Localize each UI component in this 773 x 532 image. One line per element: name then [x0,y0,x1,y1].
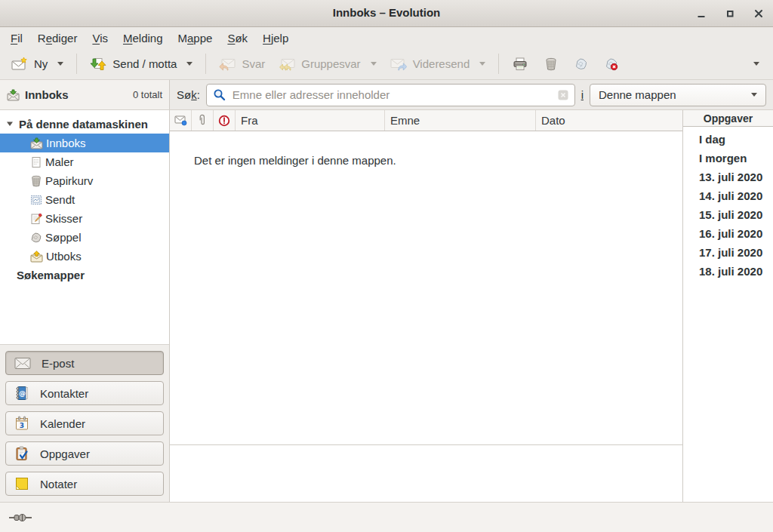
expander-icon[interactable] [6,120,14,128]
message-list[interactable]: Det er ingen meldinger i denne mappen. [170,131,682,445]
folder-message-count: 0 totalt [133,89,162,100]
message-preview-pane [170,445,682,502]
priority-icon [218,115,230,127]
folder-innboks[interactable]: Innboks [0,134,169,152]
folder-maler[interactable]: Maler [0,152,169,171]
tree-root-on-this-computer[interactable]: På denne datamaskinen [0,114,169,134]
reply-label: Svar [242,57,265,70]
folder-label: Innboks [46,137,86,149]
msg-status-icon [174,115,187,126]
menu-hjelp[interactable]: Hjelp [255,29,296,48]
inbox-icon [30,137,43,149]
column-emne[interactable]: Emne [385,110,536,131]
menu-rediger[interactable]: Rediger [30,29,85,48]
clear-search-icon[interactable] [557,89,569,101]
forward-button[interactable]: Videresend [383,54,493,75]
switcher-e-post[interactable]: E-post [5,351,164,375]
send-receive-icon [90,57,106,71]
print-button[interactable] [508,54,532,75]
task-list: I dagI morgen13. juli 202014. juli 20201… [683,127,773,281]
task-date[interactable]: 18. juli 2020 [683,262,773,281]
task-date[interactable]: 17. juli 2020 [683,243,773,262]
send-receive-button[interactable]: Send / motta [83,54,199,75]
forward-icon [390,57,407,71]
tree-root-label: På denne datamaskinen [19,118,148,131]
folder-utboks[interactable]: Utboks [0,247,169,266]
mail-icon [14,357,31,370]
switcher-notater[interactable]: Notater [5,472,164,496]
minimize-button[interactable] [691,4,711,23]
column-msg-status[interactable] [170,110,192,131]
reply-button[interactable]: Svar [212,54,272,75]
reply-all-button[interactable]: Gruppesvar [272,54,383,75]
task-date[interactable]: 14. juli 2020 [683,186,773,205]
junk-button[interactable] [570,54,593,75]
search-folders-label: Søkemapper [17,269,85,281]
maximize-button[interactable] [720,4,740,23]
switcher-label: E-post [42,357,74,370]
toolbar-separator [498,54,499,74]
task-date[interactable]: 13. juli 2020 [683,168,773,186]
task-date[interactable]: I dag [683,130,773,149]
folder-label: Skisser [45,212,82,225]
tasks-pane-title: Oppgaver [704,112,753,125]
close-button[interactable] [749,4,768,23]
switcher-oppgaver[interactable]: Oppgaver [5,441,164,466]
menu-vis[interactable]: Vis [85,29,115,48]
titlebar: Innboks – Evolution [0,0,773,27]
menu-fil[interactable]: Fil [3,29,30,48]
chevron-down-icon[interactable] [371,62,377,66]
new-mail-icon [11,57,28,71]
junk-icon [574,57,588,71]
chevron-down-icon[interactable] [186,62,192,66]
switcher-kontakter[interactable]: @Kontakter [5,381,164,405]
search-scope-value: Denne mappen [599,88,676,101]
task-date[interactable]: 16. juli 2020 [683,224,773,243]
column-attachment[interactable] [192,110,214,131]
forward-label: Videresend [413,57,470,70]
statusbar [0,502,773,532]
task-date[interactable]: 15. juli 2020 [683,205,773,224]
folder-sidebar: På denne datamaskinen InnboksMalerPapirk… [0,110,170,502]
window-close-icon [753,8,764,19]
not-junk-icon [605,57,618,71]
folder-s-ppel[interactable]: Søppel [0,228,169,247]
column-dato[interactable]: Dato [536,110,682,131]
column-priority[interactable] [214,110,236,131]
task-date[interactable]: I morgen [683,149,773,168]
folder-tree: På denne datamaskinen InnboksMalerPapirk… [0,110,169,344]
switcher-kalender[interactable]: 3Kalender [5,411,164,435]
message-list-header: FraEmneDato [170,110,682,131]
chevron-down-icon[interactable] [57,62,63,66]
menu-mappe[interactable]: Mappe [171,29,220,48]
menu-melding[interactable]: Melding [115,29,171,48]
evolution-window: Innboks – Evolution FilRedigerVisMelding… [0,0,773,532]
folder-skisser[interactable]: Skisser [0,209,169,228]
switcher-label: Oppgaver [40,447,90,460]
menu-s-k[interactable]: Søk [220,29,255,48]
sent-icon [30,194,42,206]
folder-label: Papirkurv [45,174,93,187]
tasks-pane-header[interactable]: Oppgaver [683,110,773,127]
toolbar-separator [205,54,206,74]
online-status-icon[interactable] [9,512,32,524]
folder-sendt[interactable]: Sendt [0,190,169,209]
search-entry[interactable] [206,84,575,106]
attachment-icon [197,114,208,127]
search-input[interactable] [233,88,551,101]
new-message-label: Ny [34,57,48,70]
new-message-button[interactable]: Ny [5,53,70,75]
tasks-pane: Oppgaver I dagI morgen13. juli 202014. j… [682,110,773,502]
trash-button[interactable] [540,54,562,75]
folder-papirkurv[interactable]: Papirkurv [0,171,169,190]
contacts-icon: @ [14,386,29,401]
toolbar-overflow-button[interactable] [743,58,768,69]
reply-all-icon [279,57,295,71]
chevron-down-icon[interactable] [479,62,485,66]
column-fra[interactable]: Fra [236,110,385,131]
search-folders-item[interactable]: Søkemapper [0,266,169,284]
not-junk-button[interactable] [600,54,623,75]
memos-icon [14,476,29,491]
search-scope-dropdown[interactable]: Denne mappen [590,84,766,106]
toolbar: Ny Send / motta Svar Gruppesvar Viderese… [0,48,773,80]
